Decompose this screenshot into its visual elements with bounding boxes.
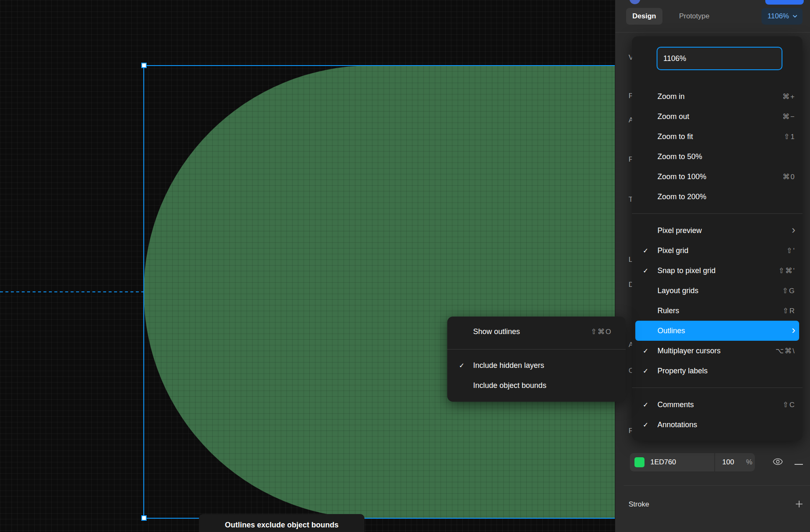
menu-item-shortcut: ⌘+: [782, 92, 795, 101]
menu-item-shortcut: ⇧G: [782, 286, 795, 295]
submenu-item-include-hidden-layers[interactable]: ✓ Include hidden layers: [447, 355, 626, 375]
check-icon: ✓: [643, 421, 657, 429]
menu-item-shortcut: ⌘0: [783, 172, 795, 181]
submenu-arrow-icon: ›: [792, 224, 795, 235]
input-divider: [714, 453, 715, 471]
menu-item-label: Pixel preview: [657, 226, 702, 235]
zoom-menu-button[interactable]: 1106%: [762, 8, 802, 25]
outlines-submenu: Show outlines ⇧⌘O ✓ Include hidden layer…: [447, 317, 626, 402]
menu-item-shortcut: ⇧⌘': [779, 266, 796, 275]
menu-item-pixel-grid[interactable]: ✓ Pixel grid ⇧': [632, 241, 802, 261]
menu-item-label: Snap to pixel grid: [657, 266, 716, 275]
menu-item-label: Show outlines: [473, 327, 520, 336]
selection-handle-top-left[interactable]: [141, 63, 147, 68]
menu-item-zoom-to-100[interactable]: Zoom to 100% ⌘0: [632, 167, 802, 187]
menu-item-label: Include object bounds: [473, 381, 546, 390]
menu-item-label: Rulers: [657, 307, 679, 315]
menu-item-pixel-preview[interactable]: Pixel preview ›: [632, 220, 802, 241]
menu-item-zoom-to-200[interactable]: Zoom to 200%: [632, 187, 802, 207]
remove-fill-button[interactable]: [795, 458, 804, 467]
outlines-tooltip: Outlines exclude object bounds: [199, 514, 364, 532]
menu-item-multiplayer-cursors[interactable]: ✓ Multiplayer cursors ⌥⌘\: [632, 341, 802, 361]
zoom-view-menu: Zoom in ⌘+ Zoom out ⌘− Zoom to fit ⇧1 Zo…: [632, 36, 802, 441]
canvas[interactable]: Outlines exclude object bounds: [0, 0, 615, 532]
fill-visibility-toggle[interactable]: [772, 457, 784, 468]
selection-handle-bottom-left[interactable]: [141, 515, 147, 521]
zoom-level-value: 1106%: [767, 12, 789, 20]
menu-item-label: Annotations: [657, 421, 697, 429]
fill-opacity-unit: %: [746, 458, 752, 466]
section-divider: [624, 485, 810, 486]
check-icon: ✓: [459, 362, 473, 370]
menu-item-label: Property labels: [657, 367, 708, 375]
menu-item-outlines[interactable]: Outlines ›: [635, 321, 799, 341]
chevron-down-icon: [792, 15, 797, 18]
menu-item-comments[interactable]: ✓ Comments ⇧C: [632, 395, 802, 415]
fill-hex-value[interactable]: 1ED760: [650, 458, 676, 466]
check-icon: ✓: [643, 247, 657, 255]
eye-icon: [773, 458, 783, 465]
menu-item-shortcut: ⇧1: [784, 132, 795, 141]
submenu-item-show-outlines[interactable]: Show outlines ⇧⌘O: [447, 322, 626, 342]
tab-prototype[interactable]: Prototype: [679, 12, 710, 20]
menu-item-snap-to-pixel-grid[interactable]: ✓ Snap to pixel grid ⇧⌘': [632, 261, 802, 281]
menu-item-rulers[interactable]: Rulers ⇧R: [632, 301, 802, 321]
menu-item-label: Zoom to fit: [657, 132, 693, 141]
menu-item-shortcut: ⌥⌘\: [776, 347, 795, 355]
menu-divider: [632, 388, 802, 388]
menu-item-label: Zoom in: [657, 92, 685, 101]
alignment-guide-dashed: [0, 291, 144, 292]
menu-item-zoom-to-fit[interactable]: Zoom to fit ⇧1: [632, 127, 802, 147]
menu-item-label: Zoom to 100%: [657, 172, 706, 181]
panel-topbar: Design Prototype 1106%: [615, 0, 810, 33]
primary-action-button-fragment[interactable]: [765, 0, 804, 5]
menu-divider: [447, 349, 626, 350]
menu-item-annotations[interactable]: ✓ Annotations: [632, 415, 802, 435]
menu-item-zoom-out[interactable]: Zoom out ⌘−: [632, 106, 802, 127]
selection-outline-top: [144, 65, 615, 66]
menu-divider: [632, 213, 802, 214]
tab-design[interactable]: Design: [626, 8, 662, 25]
menu-item-zoom-to-50[interactable]: Zoom to 50%: [632, 147, 802, 167]
menu-item-shortcut: ⇧R: [782, 307, 795, 315]
menu-item-label: Layout grids: [657, 286, 698, 295]
zoom-input[interactable]: [657, 47, 782, 70]
submenu-item-include-object-bounds[interactable]: Include object bounds: [447, 375, 626, 395]
fill-color-swatch[interactable]: [634, 457, 644, 467]
green-ellipse-shape[interactable]: [144, 66, 615, 518]
check-icon: ✓: [643, 267, 657, 275]
menu-item-zoom-in[interactable]: Zoom in ⌘+: [632, 86, 802, 106]
menu-item-label: Zoom out: [657, 112, 689, 121]
menu-item-shortcut: ⇧': [787, 246, 796, 255]
menu-item-label: Multiplayer cursors: [657, 347, 721, 355]
check-icon: ✓: [643, 401, 657, 409]
menu-item-label: Include hidden layers: [473, 361, 544, 370]
menu-item-property-labels[interactable]: ✓ Property labels: [632, 361, 802, 381]
check-icon: ✓: [643, 367, 657, 375]
menu-item-layout-grids[interactable]: Layout grids ⇧G: [632, 281, 802, 301]
fill-opacity-value[interactable]: 100: [722, 458, 734, 466]
menu-item-label: Comments: [657, 400, 694, 409]
fill-color-input[interactable]: 1ED760 100 %: [630, 453, 755, 471]
menu-item-label: Zoom to 50%: [657, 152, 702, 161]
menu-item-label: Outlines: [657, 327, 685, 335]
add-stroke-button[interactable]: [795, 500, 804, 509]
stroke-section-title: Stroke: [629, 500, 649, 509]
submenu-arrow-icon: ›: [792, 324, 795, 335]
plus-icon: [795, 500, 803, 508]
menu-item-shortcut: ⌘−: [782, 112, 795, 121]
menu-item-label: Pixel grid: [657, 246, 688, 255]
check-icon: ✓: [643, 347, 657, 355]
menu-item-shortcut: ⇧C: [782, 400, 795, 409]
menu-item-shortcut: ⇧⌘O: [591, 327, 612, 336]
menu-item-label: Zoom to 200%: [657, 193, 706, 201]
